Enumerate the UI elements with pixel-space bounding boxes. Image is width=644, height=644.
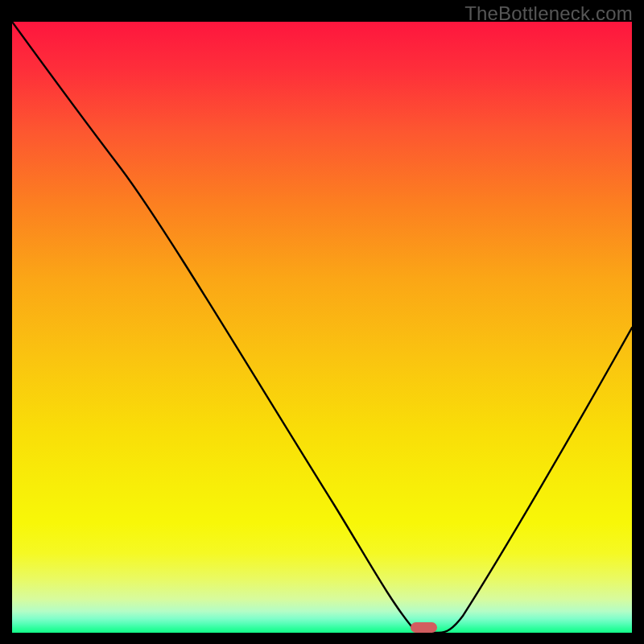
optimal-marker: [411, 622, 437, 633]
chart-frame: TheBottleneck.com: [0, 0, 644, 644]
bottleneck-curve-path: [12, 22, 632, 633]
plot-area: [12, 22, 632, 633]
curve-svg: [12, 22, 632, 633]
